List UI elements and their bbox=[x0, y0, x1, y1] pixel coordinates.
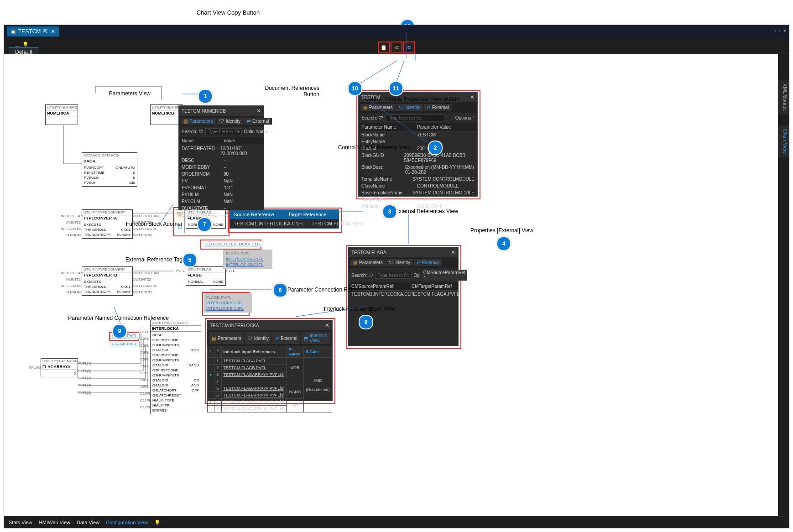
il-tab-identity[interactable]: 🛡Identity bbox=[245, 332, 271, 344]
sidetab-chart[interactable]: Chart View bbox=[777, 125, 789, 157]
params-tab-external[interactable]: ⇄External bbox=[244, 118, 272, 125]
ext-ref-val-tgt[interactable]: TESTCM.FLAGA.PVFL bbox=[308, 219, 368, 228]
propsext-val-tgt: TESTCM.FLAGA.PVFL bbox=[409, 291, 462, 297]
grey-a-1[interactable]: INTERLOCKB.C1FL bbox=[226, 262, 263, 267]
block-flagb[interactable]: UTILITY:FLAG FLAGB NORMALNONE bbox=[186, 266, 226, 286]
grey-a-hdr: FLAGA.PVFL bbox=[226, 251, 270, 256]
top-toolbar-buttons: 📋 🏷 ⧉ bbox=[378, 42, 415, 53]
parameters-panel[interactable]: TESTCM.NUMERICB✕ ▤Parameters 🛡Identity ⇄… bbox=[178, 105, 264, 210]
params-search-label: Search: bbox=[182, 129, 197, 134]
params-rows: DATECREATED12/31/1971 23:00:00.000DESC--… bbox=[179, 145, 264, 219]
cm-options[interactable]: Options ˅ bbox=[455, 115, 475, 120]
grey-ref-list-a: FLAGA.PVFL INTERLOCKA.C1FL INTERLOCKB.C1… bbox=[223, 250, 272, 269]
cm-col-value[interactable]: Parameter Value bbox=[414, 123, 454, 131]
tca-left-pins: IN.BOOLEANIN.INT32IN.FLOAT64IN.ENUM bbox=[61, 213, 81, 239]
il-tab-external[interactable]: ⇄External bbox=[272, 332, 300, 344]
cm-tab-external[interactable]: ⇄External bbox=[424, 104, 452, 111]
params-search-opt[interactable]: Optic bbox=[244, 129, 254, 134]
il-close-icon[interactable]: ✕ bbox=[325, 322, 329, 329]
tab-chevron-left[interactable]: ‹ bbox=[774, 27, 776, 34]
bubble-2: 2 bbox=[428, 141, 443, 155]
pin-icon[interactable]: ⇱ bbox=[43, 26, 48, 37]
close-icon[interactable]: ✕ bbox=[51, 26, 55, 37]
external-ref-tag[interactable]: TESTCM1.INTERLOCKA.C1FL bbox=[202, 241, 264, 247]
block-daca[interactable]: DATAACQ:DATAACQ DACA PVSRCOPTONLYAUTOP1F… bbox=[82, 152, 137, 187]
status-data[interactable]: Data View bbox=[77, 520, 99, 525]
tcb-left-pins: IN.BOOLEANIN.INT32IN.FLOAT64IN.ENUM bbox=[61, 270, 81, 296]
il-tab-interlockview[interactable]: ⬒Interlock View bbox=[301, 332, 330, 344]
propsext-drop[interactable]: CMSourceParamRef ˅ bbox=[422, 270, 467, 281]
ext-ref-col-tgt: Target Reference bbox=[284, 210, 339, 219]
block-typeconvertb[interactable]: UTILITY:TYPECONVERT TYPECONVERTB EXECSTS… bbox=[82, 266, 133, 296]
bubble-3: 3 bbox=[382, 204, 397, 219]
callout-fb-adorner: Function Block Adorner bbox=[110, 221, 183, 227]
cm-tab-parameters[interactable]: ▤Parameters bbox=[360, 104, 396, 111]
params-tab-parameters[interactable]: ▤Parameters bbox=[181, 118, 216, 125]
status-stats[interactable]: Stats View bbox=[9, 520, 32, 525]
cm-col-name[interactable]: Parameter Name bbox=[359, 123, 414, 131]
block-numerica[interactable]: UTILITY:NUMERIC NUMERICA bbox=[45, 104, 78, 125]
bubble-4: 4 bbox=[496, 236, 511, 251]
status-hmi[interactable]: HMIWeb View bbox=[39, 520, 70, 525]
tab-chevron-right[interactable]: › bbox=[779, 27, 781, 34]
status-bulb-icon[interactable]: 💡 bbox=[154, 520, 161, 526]
propsext-col-tgt[interactable]: CMTargetParamRef bbox=[409, 282, 454, 290]
tcb-right-pins: OUT.BOOLEANOUT.INT32OUT.FLOAT64OUT.ENUM bbox=[133, 270, 159, 296]
propsext-close-icon[interactable]: ✕ bbox=[451, 249, 455, 256]
propsext-search-input[interactable] bbox=[375, 272, 412, 279]
block-interlocka[interactable]: SAFETY:INTERLOCK INTERLOCKA DESCG1FIRSTC… bbox=[150, 320, 201, 414]
il-title: TESTCM.INTERLOCKA bbox=[210, 323, 259, 328]
tab-testcm[interactable]: ▣ TESTCM ⇱ ✕ bbox=[7, 26, 59, 37]
block-flagarraya[interactable]: UTILITY:FLAGARRAY FLAGARRAYA 5 bbox=[41, 358, 78, 377]
chart-copy-button[interactable]: ⧉ bbox=[403, 42, 415, 53]
flagarray-right-pins: PVFL[1]PVFL[2]PVFL[3]PVFL[4]PVFL[5] bbox=[78, 360, 91, 396]
toolbar-strip: — 💡 📋 🏷 ⧉ bbox=[4, 38, 789, 54]
propsext-tab-identity[interactable]: 🛡Identity bbox=[386, 259, 413, 266]
callout-ext-ref-view: External References View bbox=[395, 208, 468, 214]
chart-canvas[interactable]: UTILITY:NUMERIC NUMERICA UTILITY:NUMERIC… bbox=[4, 54, 778, 516]
params-close-icon[interactable]: ✕ bbox=[256, 108, 261, 114]
params-col-name[interactable]: Name bbox=[179, 137, 221, 145]
callout-cm-prop-view: Control Module Property View bbox=[329, 144, 411, 151]
props-ext-panel[interactable]: TESTCM.FLAGA✕ ▤Parameters 🛡Identity ⇄Ext… bbox=[348, 247, 459, 346]
cm-tab-identity[interactable]: 🛡Identity bbox=[396, 104, 423, 111]
il-tab-parameters[interactable]: ▤Parameters bbox=[209, 332, 244, 344]
sidetab-xml[interactable]: XML Source bbox=[777, 80, 789, 115]
cm-rows: BlockNameTESTCMEntityNameBlockId20018753… bbox=[359, 131, 477, 210]
bubble-10: 10 bbox=[348, 81, 362, 96]
bubble-6: 6 bbox=[273, 283, 287, 297]
callout-interlock-view: Interlock Function Block View bbox=[314, 306, 405, 312]
bubble-5: 5 bbox=[183, 253, 197, 267]
grey-b-0[interactable]: INTERLOCKA.C2FL bbox=[206, 301, 244, 305]
flagb-pin-right: PVFL bbox=[226, 269, 235, 273]
doc-references-button[interactable]: 📋 bbox=[378, 42, 390, 53]
params-title: TESTCM.NUMERICB bbox=[182, 109, 226, 114]
params-sort[interactable]: Name bbox=[256, 129, 269, 134]
status-cfg[interactable]: Configuration View bbox=[106, 520, 148, 525]
propsext-tab-external[interactable]: ⇄External bbox=[414, 259, 442, 266]
callout-cm-prop-button: Control Module Properties View Button bbox=[365, 96, 479, 102]
callout-param-conn-list: Parameter Connection Reference List bbox=[287, 287, 397, 293]
interlock-panel[interactable]: TESTCM.INTERLOCKA✕ ▤Parameters 🛡Identity… bbox=[207, 320, 333, 401]
grey-b-1[interactable]: INTERLOCKB.C2FL bbox=[206, 306, 244, 311]
ext-ref-val-src[interactable]: TESTCM1.INTERLOCKA.C1FL bbox=[230, 219, 308, 228]
grey-ref-list-b: FLAGB.PVFL INTERLOCKA.C2FL INTERLOCKB.C2… bbox=[203, 293, 252, 313]
grey-b-hdr: FLAGB.PVFL bbox=[206, 295, 249, 300]
flagb-pin-left: PVFL bbox=[176, 269, 185, 273]
bubble-1: 1 bbox=[198, 89, 213, 104]
interlocka-left-pins: C1FLC2FLC3FLC4FLC5FLC6FLC7FLC8FLC9FLC10F… bbox=[140, 329, 149, 411]
bubble-8: 8 bbox=[359, 315, 373, 329]
doc-icon: ▣ bbox=[10, 26, 16, 37]
cm-search-input[interactable] bbox=[385, 115, 444, 121]
params-tab-identity[interactable]: 🛡Identity bbox=[217, 118, 243, 125]
params-search-input[interactable] bbox=[205, 128, 242, 135]
bubble-9: 9 bbox=[112, 324, 127, 339]
tab-menu[interactable]: ▾ bbox=[783, 27, 786, 34]
grey-a-0[interactable]: INTERLOCKA.C1FL bbox=[226, 257, 263, 261]
params-col-value[interactable]: Value bbox=[221, 137, 238, 145]
cm-properties-button[interactable]: 🏷 bbox=[391, 42, 402, 53]
callout-ext-ref-tag: External Reference Tag bbox=[114, 256, 183, 263]
named-ref-1[interactable]: FLAGB.PVFL bbox=[110, 341, 140, 347]
propsext-tab-parameters[interactable]: ▤Parameters bbox=[350, 259, 386, 266]
propsext-title: TESTCM.FLAGA bbox=[351, 250, 386, 255]
